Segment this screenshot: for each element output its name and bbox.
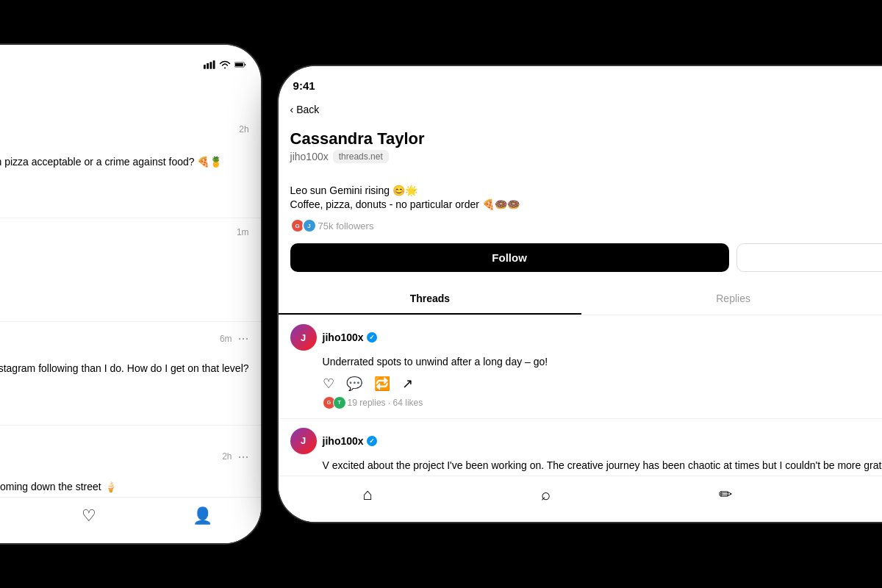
profile-name: Cassandra Taylor <box>290 129 425 148</box>
tab-replies[interactable]: Replies <box>581 284 882 315</box>
pp-content-2: V excited about the project I've been wo… <box>323 459 882 473</box>
pp-username-1: jiho100x ✓ <box>323 331 377 343</box>
profile-post-1: J jiho100x ✓ 1m ··· Underrated spots t <box>279 315 882 419</box>
phone-profile: 9:41 ‹ Back 📷 🔔 ··· <box>279 66 882 522</box>
post-stats-3: T 12 replies · 64 likes <box>0 403 249 416</box>
svg-rect-9 <box>204 65 206 69</box>
post-time-1: 2h <box>239 124 248 135</box>
status-icons-feed <box>204 60 246 69</box>
post-time-2: 1m <box>237 227 249 237</box>
post-content-4: Best summer memory = hearing the ice cre… <box>0 480 249 495</box>
pp-content-1: Underrated spots to unwind after a long … <box>323 355 882 370</box>
pp-stats-1: GT 19 replies · 64 likes <box>323 396 882 409</box>
profile-navigation: ‹ Back 📷 🔔 ··· <box>279 98 882 123</box>
post-content-1: I'm having a debate with my friends — is… <box>0 155 249 170</box>
tab-threads[interactable]: Threads <box>279 284 582 315</box>
post-1: G gwangurl77 ✓ 2h I'm having a debate wi… <box>0 115 261 219</box>
back-button[interactable]: ‹ Back <box>290 104 320 115</box>
share-icon[interactable]: ↗ <box>402 376 413 392</box>
search-nav-p[interactable]: ⌕ <box>541 485 551 504</box>
profile-header: Cassandra Taylor jiho100x threads.net C … <box>279 123 882 281</box>
profile-actions: Follow Mention <box>290 243 882 272</box>
like-icon[interactable]: ♡ <box>323 376 334 392</box>
post-actions-2[interactable]: ♡ 💬 🔁 ↗ <box>0 279 249 295</box>
threads-logo <box>0 77 261 115</box>
follow-button[interactable]: Follow <box>290 243 729 272</box>
follower-avatars: G J <box>290 218 314 233</box>
post-time-4: 2h <box>222 451 232 462</box>
phone-feed: 9:41 G <box>0 45 261 543</box>
post-3: H hidayathere22 6m ··· I just found out … <box>0 322 261 426</box>
more-options-btn[interactable]: ··· <box>238 331 249 346</box>
activity-nav[interactable]: ♡ <box>82 506 96 526</box>
post-actions-3[interactable]: ♡ 💬 🔁 ↗ <box>0 382 249 398</box>
mention-button[interactable]: Mention <box>736 243 882 272</box>
handle-tag: threads.net <box>333 150 389 163</box>
verified-icon: ✓ <box>367 332 377 343</box>
verified-icon: ✓ <box>367 436 377 446</box>
post-content-2: Don't let my Italian grandma hear you... <box>0 258 249 273</box>
repost-icon[interactable]: 🔁 <box>374 376 390 392</box>
profile-handle: jiho100x threads.net <box>290 150 425 163</box>
svg-rect-11 <box>209 62 212 68</box>
feed: G gwangurl77 ✓ 2h I'm having a debate wi… <box>0 115 261 543</box>
post-time-3: 6m <box>220 334 232 344</box>
post-actions-1[interactable]: ♡ 💬 🔁 ↗ <box>0 175 249 191</box>
profile-nav[interactable]: 👤 <box>193 506 212 526</box>
comment-icon[interactable]: 💬 <box>346 376 362 392</box>
pp-avatar-1: J <box>290 324 317 351</box>
post-2: J jiho100x ✓ 1m Don't let my Italian gra… <box>0 218 261 322</box>
repost-label: 🔁 tarekoyou reposted <box>0 434 249 445</box>
home-nav-p[interactable]: ⌂ <box>362 485 372 504</box>
post-content-3: I just found out that my neighbor's dog … <box>0 362 249 376</box>
profile-followers: G J 75k followers <box>290 218 882 233</box>
profile-tabs: Threads Replies Reposts <box>279 284 882 315</box>
pp-actions-1[interactable]: ♡ 💬 🔁 ↗ <box>323 376 882 392</box>
pp-username-2: jiho100x ✓ <box>323 435 377 447</box>
svg-rect-10 <box>207 63 209 69</box>
svg-rect-14 <box>235 63 243 66</box>
more-options-btn-4[interactable]: ··· <box>238 449 249 465</box>
bottom-nav-feed: ⌂ ⌕ ✏ ♡ 👤 <box>0 497 261 543</box>
compose-nav-p[interactable]: ✏ <box>719 485 732 504</box>
bottom-nav-profile: ⌂ ⌕ ✏ ♡ 👤 <box>279 476 882 522</box>
status-time-profile: 9:41 <box>293 79 315 92</box>
post-stats-1: GJ 4 replies · 12 likes <box>0 196 249 209</box>
post-stats-2: AB 2 replies · 12 likes <box>0 299 249 312</box>
pp-avatar-2: J <box>290 428 317 454</box>
profile-bio: Leo sun Gemini rising 😊🌟 Coffee, pizza, … <box>290 184 882 212</box>
follower-avatar-2: J <box>302 218 317 233</box>
svg-rect-12 <box>212 60 215 68</box>
